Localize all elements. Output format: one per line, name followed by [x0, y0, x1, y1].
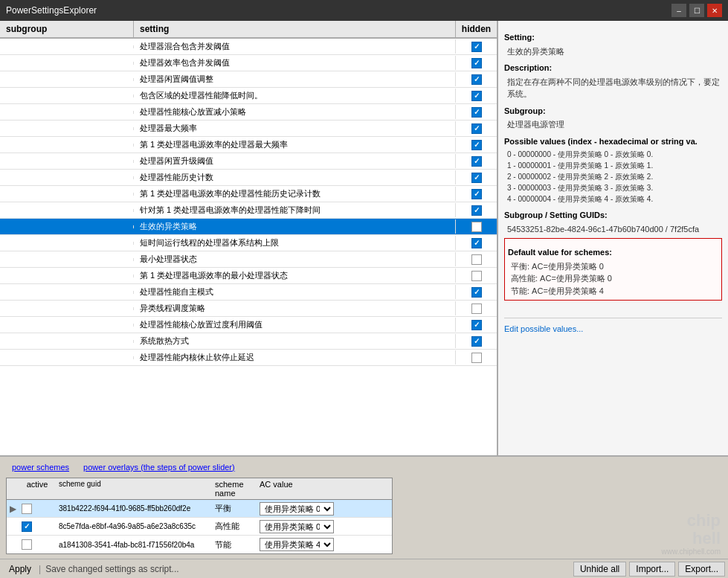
setting-value: 生效的异类策略 [504, 45, 722, 58]
export-button[interactable]: Export... [678, 562, 725, 577]
scheme-checkbox-unchecked[interactable] [22, 504, 32, 514]
checkbox-checked[interactable] [471, 140, 482, 150]
cell-hidden-checkbox[interactable] [456, 335, 497, 348]
table-row[interactable]: 第 1 类处理器电源效率的处理器最大频率 [0, 137, 497, 153]
unhide-all-button[interactable]: Unhide all [573, 562, 626, 577]
table-row[interactable]: 包含区域的处理器性能降低时间。 [0, 88, 497, 104]
close-button[interactable]: ✕ [707, 4, 722, 17]
import-button[interactable]: Import... [629, 562, 675, 577]
table-row[interactable]: 生效的异类策略 [0, 219, 497, 235]
scheme-active-cell[interactable] [19, 538, 56, 551]
cell-hidden-checkbox[interactable] [456, 302, 497, 315]
table-row[interactable]: 处理器闲置升级阈值 [0, 153, 497, 170]
checkbox-checked[interactable] [471, 58, 482, 68]
status-bar: Apply | Save changed settings as script.… [0, 559, 728, 578]
scheme-ac-value-cell[interactable]: 使用异类策略 4 [257, 536, 338, 553]
table-row[interactable]: 异类线程调度策略 [0, 301, 497, 317]
schemes-row[interactable]: a1841308-3541-4fab-bc81-f71556f20b4a节能使用… [7, 536, 392, 553]
cell-hidden-checkbox[interactable] [456, 204, 497, 217]
checkbox-checked[interactable] [471, 156, 482, 167]
tab-power-overlays[interactable]: power overlays (the steps of power slide… [77, 461, 241, 473]
minimize-button[interactable]: – [671, 4, 686, 17]
col-header-hidden: hidden [456, 21, 497, 37]
cell-hidden-checkbox[interactable] [456, 171, 497, 184]
checkbox-checked[interactable] [471, 238, 482, 248]
cell-subgroup [0, 160, 134, 163]
checkbox-checked[interactable] [471, 189, 482, 199]
scheme-ac-value-cell[interactable]: 使用异类策略 0 [257, 501, 338, 517]
cell-hidden-checkbox[interactable] [456, 318, 497, 332]
table-row[interactable]: 处理器效率包含并发阈值 [0, 55, 497, 71]
cell-hidden-checkbox[interactable] [456, 106, 497, 119]
scheme-checkbox-unchecked[interactable] [22, 539, 32, 550]
title-bar: PowerSettingsExplorer – ☐ ✕ [0, 0, 728, 21]
table-row[interactable]: 处理器闲置阈值调整 [0, 71, 497, 88]
table-row[interactable]: 处理器性能自主模式 [0, 284, 497, 301]
checkbox-checked[interactable] [471, 320, 482, 330]
schemes-rows-container: ▶381b4222-f694-41f0-9685-ff5bb260df2e平衡使… [7, 500, 392, 553]
checkbox-unchecked[interactable] [471, 222, 482, 232]
cell-subgroup [0, 193, 134, 196]
possible-value-item: 2 - 00000002 - 使用异类策略 2 - 原效策略 2. [507, 171, 722, 182]
cell-hidden-checkbox[interactable] [456, 155, 497, 168]
table-row[interactable]: 最小处理器状态 [0, 251, 497, 268]
scheme-active-cell[interactable] [19, 502, 56, 516]
schemes-row[interactable]: ▶381b4222-f694-41f0-9685-ff5bb260df2e平衡使… [7, 500, 392, 518]
table-row[interactable]: 第 1 类处理器电源效率的最小处理器状态 [0, 268, 497, 284]
checkbox-checked[interactable] [471, 107, 482, 118]
scheme-ac-select[interactable]: 使用异类策略 4 [260, 538, 334, 551]
cell-hidden-checkbox[interactable] [456, 220, 497, 234]
table-row[interactable]: 短时间运行线程的处理器体系结构上限 [0, 235, 497, 251]
table-row[interactable]: 针对第 1 类处理器电源效率的处理器性能下降时间 [0, 202, 497, 219]
cell-hidden-checkbox[interactable] [456, 122, 497, 135]
checkbox-checked[interactable] [471, 74, 482, 85]
cell-hidden-checkbox[interactable] [456, 57, 497, 70]
table-row[interactable]: 处理器混合包含并发阈值 [0, 39, 497, 55]
checkbox-checked[interactable] [471, 42, 482, 52]
cell-hidden-checkbox[interactable] [456, 73, 497, 86]
table-header: subgroup setting hidden [0, 21, 497, 39]
cell-hidden-checkbox[interactable] [456, 187, 497, 201]
scheme-ac-select[interactable]: 使用异类策略 0 [260, 502, 334, 516]
table-row[interactable]: 处理器性能核心放置减小策略 [0, 104, 497, 121]
checkbox-checked[interactable] [471, 205, 482, 216]
cell-hidden-checkbox[interactable] [456, 351, 497, 365]
table-row[interactable]: 处理器性能核心放置过度利用阈值 [0, 317, 497, 333]
schemes-row[interactable]: 8c5e7fda-e8bf-4a96-9a85-a6e23a8c635c高性能使… [7, 518, 392, 536]
table-row[interactable]: 系统散热方式 [0, 333, 497, 350]
table-row[interactable]: 处理器性能内核休止软停止延迟 [0, 350, 497, 366]
checkbox-checked[interactable] [471, 123, 482, 134]
info-panel: Setting: 生效的异类策略 Description: 指定在存在两种不同的… [497, 21, 728, 455]
default-values-label: Default value for schemes: [508, 246, 718, 259]
checkbox-checked[interactable] [471, 173, 482, 183]
cell-hidden-checkbox[interactable] [456, 253, 497, 266]
description-value: 指定在存在两种不同的处理器电源效率级别的情况下，要定系统。 [504, 76, 722, 100]
settings-list[interactable]: 处理器混合包含并发阈值处理器效率包含并发阈值处理器闲置阈值调整包含区域的处理器性… [0, 39, 497, 455]
table-row[interactable]: 第 1 类处理器电源效率的处理器性能历史记录计数 [0, 186, 497, 202]
apply-button[interactable]: Apply [3, 562, 37, 576]
checkbox-unchecked[interactable] [471, 304, 482, 314]
maximize-button[interactable]: ☐ [689, 4, 704, 17]
table-row[interactable]: 处理器最大频率 [0, 121, 497, 137]
scheme-ac-value-cell[interactable]: 使用异类策略 0 [257, 518, 338, 535]
cell-hidden-checkbox[interactable] [456, 269, 497, 283]
scheme-ac-select[interactable]: 使用异类策略 0 [260, 520, 334, 533]
checkbox-unchecked[interactable] [471, 353, 482, 363]
checkbox-unchecked[interactable] [471, 254, 482, 265]
cell-hidden-checkbox[interactable] [456, 138, 497, 152]
cell-hidden-checkbox[interactable] [456, 89, 497, 103]
checkbox-unchecked[interactable] [471, 271, 482, 281]
tab-power-schemes[interactable]: power schemes [6, 461, 75, 473]
checkbox-checked[interactable] [471, 91, 482, 101]
scheme-active-cell[interactable] [19, 520, 56, 533]
cell-hidden-checkbox[interactable] [456, 40, 497, 54]
cell-hidden-checkbox[interactable] [456, 286, 497, 299]
cell-subgroup [0, 94, 134, 97]
cell-hidden-checkbox[interactable] [456, 237, 497, 250]
schemes-col-guid: scheme guid [56, 478, 212, 499]
checkbox-checked[interactable] [471, 336, 482, 347]
table-row[interactable]: 处理器性能历史计数 [0, 170, 497, 186]
scheme-checkbox-checked[interactable] [22, 521, 32, 532]
checkbox-checked[interactable] [471, 287, 482, 298]
edit-possible-values-link[interactable]: Edit possible values... [504, 323, 722, 335]
